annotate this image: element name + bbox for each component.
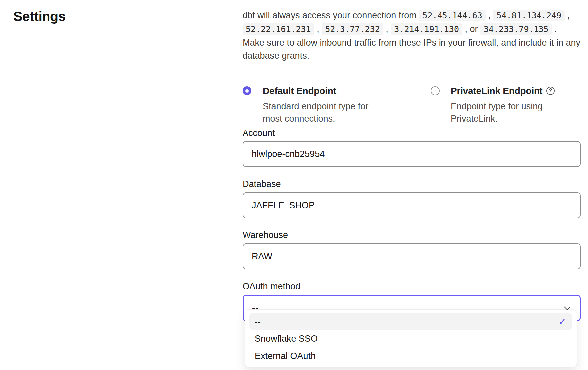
field-warehouse: Warehouse	[243, 230, 581, 269]
endpoint-type-radio-group: Default Endpoint Standard endpoint type …	[243, 86, 581, 125]
intro-text: ,	[486, 10, 493, 20]
radio-unselected-icon[interactable]	[431, 86, 440, 95]
radio-description: Endpoint type for using PrivateLink.	[451, 100, 570, 125]
ip-address-chip: 52.45.144.63	[419, 10, 486, 21]
warehouse-label: Warehouse	[243, 230, 581, 240]
oauth-method-label: OAuth method	[243, 281, 581, 291]
dropdown-option[interactable]: --✓	[249, 313, 572, 330]
database-label: Database	[243, 179, 581, 189]
field-database: Database	[243, 179, 581, 218]
dropdown-option[interactable]: External OAuth	[249, 347, 572, 365]
intro-text: ,	[314, 24, 322, 34]
dropdown-option-label: External OAuth	[255, 351, 316, 361]
radio-label: PrivateLink Endpoint	[451, 86, 542, 96]
page-title: Settings	[13, 9, 66, 24]
ip-address-chip: 52.3.77.232	[322, 23, 383, 35]
intro-text: dbt will always access your connection f…	[243, 10, 419, 20]
ip-address-chip: 54.81.134.249	[493, 10, 565, 21]
account-input[interactable]	[243, 141, 581, 167]
database-input[interactable]	[243, 192, 581, 218]
connection-settings-form: Account Database Warehouse OAuth method …	[243, 128, 581, 333]
ip-address-chip: 34.233.79.135	[480, 23, 552, 35]
radio-selected-icon[interactable]	[243, 86, 251, 95]
chevron-down-icon	[564, 304, 571, 310]
radio-option-privatelink-endpoint[interactable]: PrivateLink Endpoint ? Endpoint type for…	[431, 86, 570, 125]
ip-address-chip: 3.214.191.130	[391, 23, 462, 35]
intro-text: ,	[383, 24, 391, 34]
intro-text: ,	[565, 10, 570, 20]
warehouse-input[interactable]	[243, 243, 581, 269]
help-icon[interactable]: ?	[546, 87, 555, 95]
ip-address-chip: 52.22.161.231	[243, 23, 314, 35]
account-label: Account	[243, 128, 581, 138]
intro-text: , or	[462, 24, 480, 34]
section-divider	[13, 335, 245, 335]
radio-description: Standard endpoint type for most connecti…	[263, 100, 382, 125]
dropdown-option-label: --	[255, 317, 261, 327]
ip-allowlist-paragraph: dbt will always access your connection f…	[243, 9, 581, 62]
dropdown-option[interactable]: Snowflake SSO	[249, 330, 572, 347]
dropdown-option-label: Snowflake SSO	[255, 334, 318, 344]
radio-label: Default Endpoint	[263, 86, 336, 96]
radio-option-default-endpoint[interactable]: Default Endpoint Standard endpoint type …	[243, 86, 431, 125]
field-account: Account	[243, 128, 581, 167]
check-icon: ✓	[558, 317, 567, 326]
oauth-method-dropdown: --✓Snowflake SSOExternal OAuth	[245, 310, 577, 367]
